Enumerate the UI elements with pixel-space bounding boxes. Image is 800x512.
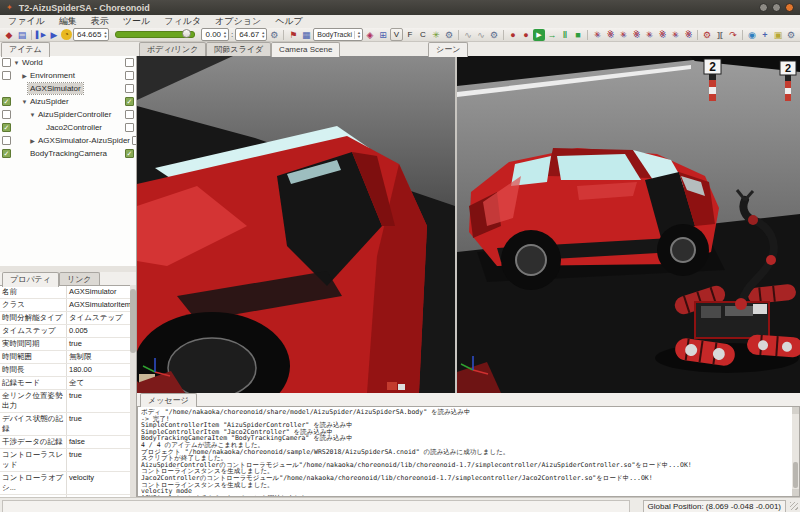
bounding-box-icon[interactable]: ▣ — [772, 29, 784, 41]
item-check-left[interactable] — [2, 110, 11, 119]
wireframe-icon[interactable]: ▦ — [300, 29, 312, 41]
item-check-right[interactable]: ✓ — [125, 97, 134, 106]
pause-simulation-icon[interactable]: ‖ — [559, 29, 571, 41]
tree-row-world[interactable]: ▼ World — [0, 56, 136, 69]
item-check-left[interactable] — [2, 58, 11, 67]
graph-config-icon[interactable]: ⚙ — [488, 29, 500, 41]
time-max-spinbox[interactable]: 64.67 ▲▼ — [235, 28, 267, 41]
camera-scene-view[interactable] — [137, 56, 455, 393]
kinematics-icon-7[interactable]: ✳ — [669, 29, 681, 41]
record2-icon[interactable]: ● — [520, 29, 532, 41]
record-icon[interactable]: ● — [507, 29, 519, 41]
media-view-icon[interactable]: ▤ — [16, 29, 28, 41]
lighting-icon[interactable]: ✳ — [430, 29, 442, 41]
graph2-icon[interactable]: ∿ — [475, 29, 487, 41]
expander-icon[interactable]: ▶ — [21, 72, 28, 79]
item-label[interactable]: AizuSpiderController — [36, 109, 113, 120]
collision-toggle-icon[interactable]: ⚑ — [287, 29, 299, 41]
property-scrollbar[interactable] — [130, 285, 136, 497]
time-slider[interactable] — [115, 31, 195, 38]
minimize-button[interactable] — [759, 3, 768, 12]
edit-mode-icon[interactable]: ⊞ — [377, 29, 389, 41]
scrollbar-thumb[interactable] — [130, 289, 136, 353]
time-min-spinbox[interactable]: 0.00 ▲▼ — [201, 28, 229, 41]
item-check-right[interactable] — [125, 84, 134, 93]
item-check-left[interactable]: ✓ — [2, 123, 11, 132]
config-icon[interactable]: ⚙ — [785, 29, 797, 41]
menu-tools[interactable]: ツール — [123, 15, 150, 28]
resume-simulation-icon[interactable]: → — [546, 29, 558, 41]
item-check-right[interactable] — [125, 71, 134, 80]
message-scrollbar[interactable] — [792, 407, 799, 496]
item-label[interactable]: World — [20, 57, 45, 68]
translation-icon[interactable]: + — [759, 29, 771, 41]
tree-row-aizuspidercontroller[interactable]: ▼ AizuSpiderController — [0, 108, 136, 121]
menu-filter[interactable]: フィルタ — [164, 15, 201, 28]
item-check-right[interactable]: ✓ — [125, 149, 134, 158]
timebar-config-icon[interactable]: ⚙ — [268, 29, 280, 41]
menu-file[interactable]: ファイル — [8, 15, 45, 28]
timebar-play-icon[interactable]: ▶ — [48, 29, 60, 41]
graph-icon[interactable]: ∿ — [462, 29, 474, 41]
scrollbar-thumb[interactable] — [793, 462, 798, 488]
scene-config-icon[interactable]: ⚙ — [443, 29, 455, 41]
item-check-right[interactable] — [132, 136, 136, 145]
kinematics-icon-5[interactable]: ✳ — [643, 29, 655, 41]
tab-message[interactable]: メッセージ — [140, 393, 197, 407]
expander-icon[interactable]: ▼ — [29, 112, 36, 118]
tab-camera-scene[interactable]: Camera Scene — [271, 42, 340, 57]
item-check-right[interactable] — [125, 58, 134, 67]
resize-grip[interactable] — [790, 502, 798, 510]
kinematics-icon-8[interactable]: ※ — [682, 29, 694, 41]
stop-simulation-icon[interactable]: ■ — [572, 29, 584, 41]
item-label[interactable]: BodyTrackingCamera — [28, 148, 109, 159]
first-person-button[interactable]: F — [404, 29, 416, 41]
item-label[interactable]: Environment — [28, 70, 77, 81]
menu-help[interactable]: ヘルプ — [275, 15, 303, 28]
menu-edit[interactable]: 編集 — [59, 15, 77, 28]
kinematics-icon-6[interactable]: ※ — [656, 29, 668, 41]
item-check-left[interactable] — [2, 71, 11, 80]
camera-center-button[interactable]: C — [417, 29, 429, 41]
message-view[interactable]: ボディ "/home/nakaoka/choreonoid/share/mode… — [137, 406, 800, 497]
item-check-left[interactable]: ✓ — [2, 149, 11, 158]
tree-row-environment[interactable]: ▶ Environment — [0, 69, 136, 82]
item-label[interactable]: AGXSimulator-AizuSpider — [36, 135, 132, 146]
tab-body-link[interactable]: ボディ/リンク — [139, 42, 206, 56]
kinematics-icon-4[interactable]: ※ — [630, 29, 642, 41]
world-coordinate-icon[interactable]: ◉ — [746, 29, 758, 41]
item-check-right[interactable] — [125, 123, 134, 132]
item-label[interactable]: Jaco2Controller — [44, 122, 104, 133]
start-simulation-icon[interactable]: ▶ — [533, 29, 545, 41]
tree-row-jaco2controller[interactable]: ✓ Jaco2Controller — [0, 121, 136, 134]
item-check-left[interactable]: ✓ — [2, 97, 11, 106]
item-check-left[interactable] — [2, 136, 11, 145]
scroll-up-icon[interactable] — [792, 407, 799, 414]
tab-link[interactable]: リンク — [59, 272, 100, 286]
tree-row-agxsimulator-aizuspider[interactable]: ▶ AGXSimulator-AizuSpider — [0, 134, 136, 147]
tab-item[interactable]: アイテム — [1, 42, 50, 57]
scene-canvas[interactable]: 2 2 — [457, 56, 800, 393]
fit-bracket-icon[interactable]: ][ — [714, 29, 726, 41]
property-table[interactable]: 名前AGXSimulator クラスAGXSimulatorItem 時間分解能… — [0, 285, 136, 498]
tab-property[interactable]: プロパティ — [2, 272, 59, 287]
kinematics-icon-1[interactable]: ✳ — [591, 29, 603, 41]
combo-arrows-icon[interactable]: ▲▼ — [354, 31, 361, 39]
tree-row-agxsimulator[interactable]: AGXSimulator — [0, 82, 136, 95]
menu-options[interactable]: オプション — [215, 15, 261, 28]
expander-icon[interactable]: ▼ — [13, 60, 20, 66]
spin-arrows-icon[interactable]: ▲▼ — [261, 31, 265, 39]
kinematics-icon-2[interactable]: ※ — [604, 29, 616, 41]
timebar-reset-play-icon[interactable]: ▌▶ — [35, 29, 47, 41]
camera-select-combo[interactable]: BodyTracki ▲▼ — [313, 28, 363, 41]
motion-gear-icon[interactable]: ⚙ — [701, 29, 713, 41]
item-label[interactable]: AizuSpider — [28, 96, 71, 107]
title-bar[interactable]: ✦ T2-AizuSpiderSA - Choreonoid — [0, 0, 800, 15]
scene-view[interactable]: 2 2 — [457, 56, 800, 393]
maximize-button[interactable] — [772, 3, 781, 12]
item-label[interactable]: AGXSimulator — [28, 83, 83, 94]
kinematics-icon-3[interactable]: ✳ — [617, 29, 629, 41]
tree-row-bodytrackingcamera[interactable]: ✓ BodyTrackingCamera ✓ — [0, 147, 136, 160]
spin-arrows-icon[interactable]: ▲▼ — [103, 31, 107, 39]
menu-view[interactable]: 表示 — [91, 15, 109, 28]
